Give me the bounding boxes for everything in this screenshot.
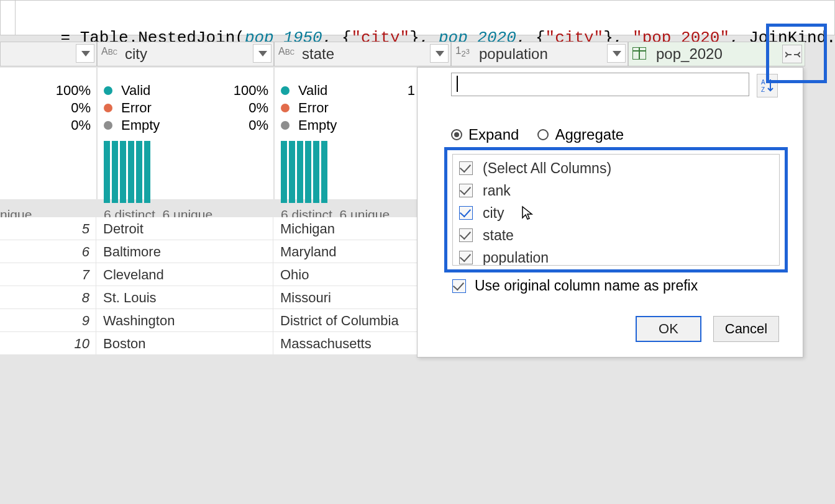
profile-city: Valid Error Empty 100% 0% 0% 6 distinct,… xyxy=(97,68,274,199)
cancel-label: Cancel xyxy=(725,321,767,337)
valid-pct: 100% xyxy=(0,83,91,99)
prefix-label: Use original column name as prefix xyxy=(475,277,698,294)
col-label-state: state xyxy=(483,227,514,244)
cell-city: Boston xyxy=(97,332,273,355)
table-row[interactable]: 9 Washington District of Columbia xyxy=(0,309,451,332)
cancel-button[interactable]: Cancel xyxy=(713,316,779,342)
checkbox-icon xyxy=(459,161,473,175)
column-name-population: population xyxy=(479,45,548,63)
checkbox-icon xyxy=(459,228,473,242)
error-pct: 0% xyxy=(0,100,91,116)
cell-city: Baltimore xyxy=(97,240,273,263)
svg-text:Z: Z xyxy=(761,86,765,93)
col-label-rank: rank xyxy=(483,182,511,199)
column-name-state: state xyxy=(302,45,334,63)
table-row[interactable]: 7 Cleveland Ohio xyxy=(0,263,451,286)
radio-icon xyxy=(451,129,462,140)
svg-marker-1 xyxy=(258,51,267,56)
valid-dot-icon xyxy=(281,86,290,95)
radio-expand[interactable]: Expand xyxy=(451,126,519,143)
ok-label: OK xyxy=(659,321,678,337)
mode-radio-group: Expand Aggregate xyxy=(451,126,624,143)
filter-dropdown-icon[interactable] xyxy=(253,44,271,63)
table-icon xyxy=(632,47,646,62)
checkbox-icon xyxy=(459,206,473,220)
valid-label: Valid xyxy=(298,83,327,99)
checkbox-select-all[interactable]: (Select All Columns) xyxy=(459,157,773,179)
column-name-city: city xyxy=(125,45,147,63)
cell-state: Massachusetts xyxy=(274,332,416,355)
error-pct: 0% xyxy=(98,100,268,116)
table-row[interactable]: 5 Detroit Michigan xyxy=(0,217,451,240)
checkbox-use-prefix[interactable]: Use original column name as prefix xyxy=(452,277,698,294)
checkbox-city[interactable]: city xyxy=(459,202,773,224)
cell-rank: 10 xyxy=(0,332,96,355)
text-caret-icon xyxy=(457,76,458,92)
cell-state: Maryland xyxy=(274,240,416,263)
table-row[interactable]: 6 Baltimore Maryland xyxy=(0,240,451,263)
cell-rank: 6 xyxy=(0,240,96,263)
column-header-city[interactable]: ABC city xyxy=(97,42,274,66)
checkbox-icon xyxy=(459,251,473,264)
cell-rank: 5 xyxy=(0,217,96,240)
empty-dot-icon xyxy=(281,121,290,130)
valid-pct: 100% xyxy=(98,83,268,99)
select-all-label: (Select All Columns) xyxy=(483,160,611,177)
filter-dropdown-icon[interactable] xyxy=(76,44,94,63)
empty-pct: 0% xyxy=(98,117,268,133)
svg-marker-3 xyxy=(613,51,621,56)
filter-dropdown-icon[interactable] xyxy=(607,44,626,63)
formula-bar: = Table.NestedJoin(pop_1950, {"city"}, p… xyxy=(0,0,835,35)
expand-columns-popup: A Z Expand Aggregate (Select All Columns… xyxy=(417,67,803,358)
svg-text:A: A xyxy=(761,79,765,86)
cell-city: Detroit xyxy=(97,217,273,240)
checkbox-rank[interactable]: rank xyxy=(459,179,773,202)
cell-state: District of Columbia xyxy=(274,309,416,332)
cell-city: Cleveland xyxy=(97,263,273,286)
checkbox-icon xyxy=(452,279,466,293)
empty-pct: 0% xyxy=(0,117,91,133)
svg-marker-2 xyxy=(436,51,444,56)
cell-city: Washington xyxy=(97,309,273,332)
empty-label: Empty xyxy=(298,117,337,133)
filter-dropdown-icon[interactable] xyxy=(430,44,449,63)
sparkbars-icon xyxy=(281,136,327,203)
search-input[interactable] xyxy=(451,73,749,96)
cell-rank: 8 xyxy=(0,286,96,309)
valid-pct-partial: 1 xyxy=(403,83,415,99)
radio-icon xyxy=(537,129,549,140)
column-name-pop2020: pop_2020 xyxy=(656,45,723,63)
col-label-population: population xyxy=(483,250,549,266)
cell-state: Ohio xyxy=(274,263,416,286)
cell-state: Missouri xyxy=(274,286,416,309)
profile-partial-rank: 100% 0% 0% nique xyxy=(0,68,97,199)
cell-state: Michigan xyxy=(274,217,416,240)
column-list: (Select All Columns) rank city state pop… xyxy=(452,154,780,266)
svg-marker-0 xyxy=(81,51,90,56)
table-row[interactable]: 8 St. Louis Missouri xyxy=(0,286,451,309)
checkbox-icon xyxy=(459,184,473,197)
column-list-highlight: (Select All Columns) rank city state pop… xyxy=(444,147,788,272)
error-label: Error xyxy=(298,100,329,116)
radio-aggregate-label: Aggregate xyxy=(555,126,624,143)
radio-aggregate[interactable]: Aggregate xyxy=(537,126,624,143)
checkbox-population[interactable]: population xyxy=(459,246,773,266)
annotation-box xyxy=(766,24,827,83)
cell-rank: 7 xyxy=(0,263,96,286)
ok-button[interactable]: OK xyxy=(636,316,701,342)
checkbox-state[interactable]: state xyxy=(459,224,773,246)
fx-box xyxy=(1,1,16,35)
column-header-rank[interactable] xyxy=(0,42,97,66)
sparkbars-icon xyxy=(104,136,150,203)
column-header-state[interactable]: ABC state xyxy=(274,42,451,66)
cell-city: St. Louis xyxy=(97,286,273,309)
error-dot-icon xyxy=(281,104,290,112)
column-header-population[interactable]: 123 population xyxy=(451,42,628,66)
radio-expand-label: Expand xyxy=(468,126,519,143)
table-row[interactable]: 10 Boston Massachusetts xyxy=(0,332,451,355)
col-label-city: city xyxy=(483,205,504,222)
cell-rank: 9 xyxy=(0,309,96,332)
